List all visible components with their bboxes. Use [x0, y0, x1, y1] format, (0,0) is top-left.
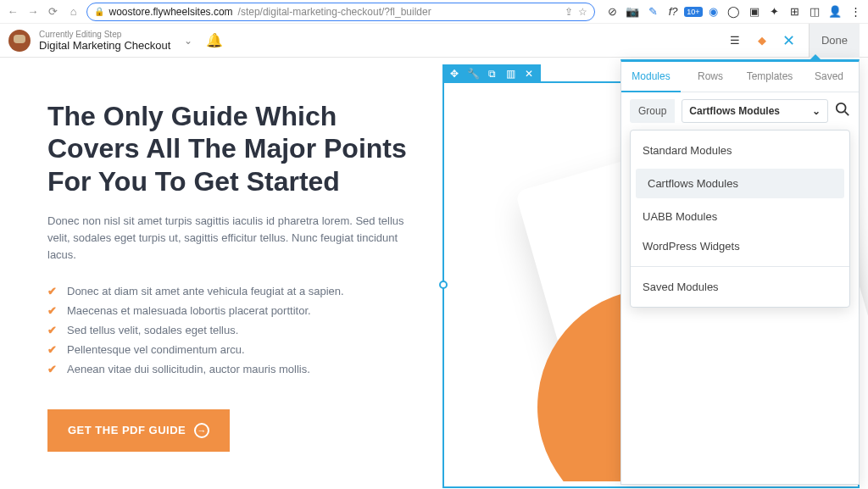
feature-text: Donec at diam sit amet ante vehicula feu… — [67, 285, 344, 297]
list-item: ✔Maecenas et malesuada lobortis placerat… — [47, 301, 420, 320]
forward-icon[interactable]: → — [25, 4, 41, 19]
ext-circle-icon[interactable]: ◯ — [726, 4, 742, 19]
check-icon: ✔ — [47, 304, 57, 317]
check-icon: ✔ — [47, 324, 57, 336]
columns-icon[interactable]: ▥ — [502, 65, 519, 82]
move-icon[interactable]: ✥ — [446, 65, 463, 82]
outline-icon[interactable]: ☰ — [727, 33, 743, 48]
ext-dropper-icon[interactable]: ✎ — [645, 4, 660, 19]
page-canvas: The Only Guide Which Covers All The Majo… — [0, 58, 868, 489]
module-edit-toolbar: ✥ 🔧 ⧉ ▥ ✕ — [442, 64, 541, 83]
content-panel: Modules Rows Templates Saved Group Cartf… — [620, 59, 860, 485]
hero-lead: Donec non nisl sit amet turpis sagittis … — [47, 213, 420, 264]
cta-button[interactable]: GET THE PDF GUIDE → — [47, 409, 230, 452]
feature-text: Aenean vitae dui sollicitudin, auctor ma… — [67, 363, 310, 375]
extensions-icon[interactable]: ✦ — [767, 4, 782, 19]
search-icon[interactable] — [835, 102, 850, 121]
list-item: ✔Pellentesque vel condimentum arcu. — [47, 340, 420, 359]
group-label: Group — [630, 99, 675, 123]
ext-camera-icon[interactable]: 📷 — [625, 4, 640, 19]
check-icon: ✔ — [47, 285, 57, 297]
browser-toolbar: ← → ⟳ ⌂ 🔒 woostore.flywheelsites.com/ste… — [0, 0, 868, 24]
cta-label: GET THE PDF GUIDE — [68, 424, 186, 436]
remove-icon[interactable]: ✕ — [520, 65, 537, 82]
ext-panel-icon[interactable]: ◫ — [807, 4, 822, 19]
ext-font-icon[interactable]: f? — [665, 4, 681, 19]
hero-headline: The Only Guide Which Covers All The Majo… — [47, 100, 420, 197]
done-button[interactable]: Done — [809, 24, 860, 58]
editing-page-title: Digital Marketing Checkout — [39, 39, 170, 52]
tab-templates[interactable]: Templates — [740, 62, 799, 92]
star-icon[interactable]: ☆ — [578, 6, 587, 18]
editing-context-label: Currently Editing Step — [39, 30, 170, 39]
ext-block-icon[interactable]: ⊘ — [605, 4, 620, 19]
chevron-down-icon[interactable]: ⌄ — [179, 35, 198, 47]
home-icon[interactable]: ⌂ — [66, 4, 81, 19]
hero-left-column: The Only Guide Which Covers All The Majo… — [47, 100, 420, 452]
list-item: ✔Aenean vitae dui sollicitudin, auctor m… — [47, 359, 420, 379]
tab-rows[interactable]: Rows — [681, 62, 740, 92]
beaver-builder-logo[interactable] — [8, 30, 31, 52]
dropdown-item-saved[interactable]: Saved Modules — [631, 272, 849, 302]
tab-modules[interactable]: Modules — [621, 62, 681, 92]
dropdown-item-standard[interactable]: Standard Modules — [631, 136, 849, 165]
svg-line-1 — [845, 111, 849, 115]
url-bar[interactable]: 🔒 woostore.flywheelsites.com/step/digita… — [86, 3, 595, 21]
page-title-block[interactable]: Currently Editing Step Digital Marketing… — [39, 30, 170, 52]
ext-grid-icon[interactable]: ⊞ — [787, 4, 803, 19]
panel-tabs: Modules Rows Templates Saved — [621, 62, 859, 92]
chevron-down-icon: ⌄ — [812, 105, 821, 117]
close-panel-icon[interactable]: ✕ — [782, 33, 797, 48]
list-item: ✔Donec at diam sit amet ante vehicula fe… — [47, 281, 420, 301]
feature-text: Pellentesque vel condimentum arcu. — [67, 343, 245, 356]
group-filter-row: Group Cartflows Modules ⌄ — [621, 92, 859, 130]
check-icon: ✔ — [47, 363, 57, 375]
builder-toolbar: Currently Editing Step Digital Marketing… — [0, 24, 868, 58]
share-icon[interactable]: ⇪ — [565, 6, 573, 18]
url-domain: woostore.flywheelsites.com — [109, 6, 233, 18]
dropdown-separator — [631, 266, 849, 267]
duplicate-icon[interactable]: ⧉ — [483, 65, 500, 82]
dropdown-item-widgets[interactable]: WordPress Widgets — [631, 231, 849, 261]
arrow-right-icon: → — [194, 423, 209, 438]
tab-saved[interactable]: Saved — [799, 62, 859, 92]
list-item: ✔Sed tellus velit, sodales eget tellus. — [47, 320, 420, 340]
profile-avatar[interactable]: 👤 — [827, 4, 843, 19]
notifications-icon[interactable]: 🔔 — [206, 32, 223, 48]
kebab-menu-icon[interactable]: ⋮ — [848, 4, 863, 19]
ext-instagram-icon[interactable]: ▣ — [747, 4, 762, 19]
check-icon: ✔ — [47, 343, 57, 356]
feature-text: Maecenas et malesuada lobortis placerat … — [67, 304, 311, 317]
dropdown-item-cartflows[interactable]: Cartflows Modules — [636, 169, 844, 198]
reload-icon[interactable]: ⟳ — [46, 4, 61, 19]
back-icon[interactable]: ← — [5, 4, 20, 19]
feature-text: Sed tellus velit, sodales eget tellus. — [67, 324, 238, 336]
ext-badge-icon[interactable]: 10+ — [686, 4, 701, 19]
preview-icon[interactable]: ◆ — [754, 33, 770, 48]
ext-messenger-icon[interactable]: ◉ — [706, 4, 721, 19]
wrench-icon[interactable]: 🔧 — [465, 65, 481, 82]
url-path: /step/digital-marketing-checkout/?fl_bui… — [238, 6, 431, 18]
group-dropdown: Standard Modules Cartflows Modules UABB … — [630, 130, 850, 308]
group-selected-value: Cartflows Modules — [689, 105, 780, 117]
svg-point-0 — [837, 103, 846, 112]
resize-handle-left[interactable] — [439, 281, 448, 289]
lock-icon: 🔒 — [94, 7, 104, 16]
dropdown-item-uabb[interactable]: UABB Modules — [631, 202, 849, 231]
group-select[interactable]: Cartflows Modules ⌄ — [682, 99, 828, 123]
feature-list: ✔Donec at diam sit amet ante vehicula fe… — [47, 281, 420, 379]
